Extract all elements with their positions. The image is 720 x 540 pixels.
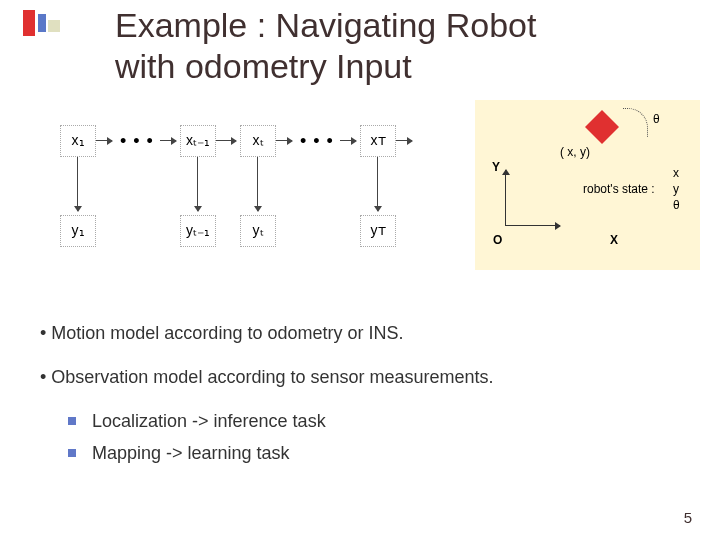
arrow-xtm1-ytm1	[197, 157, 198, 211]
origin-label: O	[493, 233, 502, 247]
node-yT: yᴛ	[360, 215, 396, 247]
theta-arc	[623, 108, 648, 137]
node-ytm1: yₜ₋₁	[180, 215, 216, 247]
state-vec-theta: θ	[673, 198, 680, 212]
state-vec-y: y	[673, 182, 679, 196]
coordinate-inset: θ ( x, y) Y X O robot's state : x y θ	[475, 100, 700, 270]
xy-label: ( x, y)	[560, 145, 590, 159]
sub-bullets: Localization -> inference task Mapping -…	[68, 408, 680, 466]
robot-icon	[585, 110, 619, 144]
node-xT: xᴛ	[360, 125, 396, 157]
arrow-x1-y1	[77, 157, 78, 211]
arrow-xt-yt	[257, 157, 258, 211]
page-number: 5	[684, 509, 692, 526]
bullet-motion: • Motion model according to odometry or …	[40, 320, 680, 346]
body-text: • Motion model according to odometry or …	[40, 320, 680, 472]
axis-y	[505, 170, 506, 225]
slide-title: Example : Navigating Robot with odometry…	[115, 5, 536, 88]
corner-accent	[10, 10, 65, 40]
slide: Example : Navigating Robot with odometry…	[0, 0, 720, 540]
axis-x	[505, 225, 560, 226]
arrow-xT-out	[396, 140, 412, 141]
sub-bullet-mapping: Mapping -> learning task	[68, 440, 680, 466]
arrow-dots-xtm1	[160, 140, 176, 141]
square-bullet-icon	[68, 417, 76, 425]
theta-label: θ	[653, 112, 660, 126]
node-xt: xₜ	[240, 125, 276, 157]
dots-2: • • •	[300, 131, 334, 152]
node-y1: y₁	[60, 215, 96, 247]
square-bullet-icon	[68, 449, 76, 457]
dots-1: • • •	[120, 131, 154, 152]
axis-x-label: X	[610, 233, 618, 247]
title-line-2: with odometry Input	[115, 46, 536, 87]
sub-bullet-mapping-text: Mapping -> learning task	[92, 440, 290, 466]
title-line-1: Example : Navigating Robot	[115, 5, 536, 46]
accent-bar-red	[23, 10, 35, 36]
accent-bar-blue	[38, 14, 46, 32]
arrow-dots-xT	[340, 140, 356, 141]
node-yt: yₜ	[240, 215, 276, 247]
sub-bullet-localization-text: Localization -> inference task	[92, 408, 326, 434]
sub-bullet-localization: Localization -> inference task	[68, 408, 680, 434]
arrow-xt-dots	[276, 140, 292, 141]
node-x1: x₁	[60, 125, 96, 157]
state-label: robot's state :	[583, 182, 655, 196]
hmm-diagram: x₁ xₜ₋₁ xₜ xᴛ y₁ yₜ₋₁ yₜ yᴛ • • • • • •	[60, 125, 450, 275]
state-vec-x: x	[673, 166, 679, 180]
axis-y-label: Y	[492, 160, 500, 174]
arrow-xtm1-xt	[216, 140, 236, 141]
arrow-x1-dots	[96, 140, 112, 141]
accent-bar-tan	[48, 20, 60, 32]
bullet-observation: • Observation model according to sensor …	[40, 364, 680, 390]
arrow-xT-yT	[377, 157, 378, 211]
node-xtm1: xₜ₋₁	[180, 125, 216, 157]
